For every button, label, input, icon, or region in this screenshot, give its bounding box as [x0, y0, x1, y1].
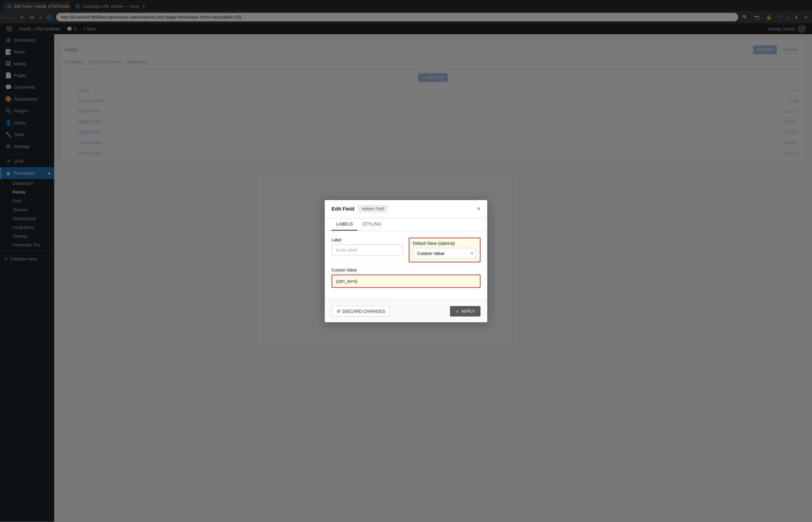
custom-value-input[interactable] [332, 275, 480, 287]
default-value-highlighted: Default Value (optional) Custom Value Ge… [409, 238, 480, 262]
label-field-group: Label [332, 238, 403, 262]
edit-field-modal: Edit Field Hidden Field × LABELS STYLING… [325, 200, 487, 322]
form-row-top: Label Default Value (optional) Custom Va… [332, 238, 480, 262]
tab-labels[interactable]: LABELS [332, 218, 358, 230]
modal-badge: Hidden Field [359, 205, 388, 212]
default-value-select-wrapper: Custom Value Get from URL Parameter Get … [413, 248, 476, 259]
modal-title: Edit Field [332, 206, 355, 212]
apply-icon: ✓ [455, 309, 459, 314]
default-value-label: Default Value (optional) [413, 241, 476, 246]
modal-header: Edit Field Hidden Field × [325, 200, 487, 218]
label-input[interactable] [332, 244, 403, 256]
discard-label: DISCARD CHANGES [342, 309, 385, 314]
modal-close-btn[interactable]: × [477, 206, 480, 212]
default-value-group: Default Value (optional) Custom Value Ge… [409, 238, 480, 262]
label-field-label: Label [332, 238, 403, 242]
apply-label: APPLY [461, 309, 475, 314]
modal-overlay: Edit Field Hidden Field × LABELS STYLING… [54, 34, 812, 522]
custom-value-label: Custom Value [332, 268, 480, 273]
discard-icon: ↺ [337, 309, 340, 314]
modal-tabs: LABELS STYLING [325, 218, 487, 231]
wp-admin-layout: ⊞ Dashboard 📝 Posts 🖼 Media 📄 Pages 💬 Co… [0, 34, 812, 522]
custom-value-input-wrapper [332, 275, 480, 288]
wp-main-content: Fields Add Field Preview Behaviour Email… [54, 34, 812, 522]
modal-body: Label Default Value (optional) Custom Va… [325, 231, 487, 300]
modal-footer: ↺ DISCARD CHANGES ✓ APPLY [325, 300, 487, 322]
default-value-select[interactable]: Custom Value Get from URL Parameter Get … [413, 248, 476, 259]
apply-btn[interactable]: ✓ APPLY [450, 306, 480, 317]
custom-value-group: Custom Value [332, 268, 480, 288]
discard-changes-btn[interactable]: ↺ DISCARD CHANGES [332, 306, 390, 317]
tab-styling[interactable]: STYLING [358, 218, 386, 230]
